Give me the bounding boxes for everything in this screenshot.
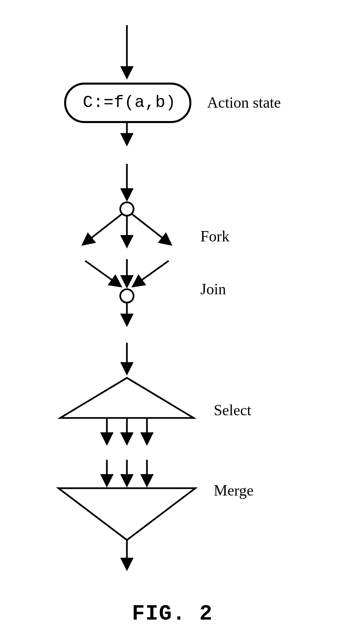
- fork-label: Fork: [200, 227, 229, 245]
- figure-caption: FIG. 2: [132, 602, 213, 626]
- action-state-label: Action state: [207, 94, 281, 111]
- fork-node: [120, 202, 134, 216]
- fork-out-right: [132, 214, 170, 244]
- action-state-text: C:=f(a,b): [83, 93, 176, 112]
- join-node: [120, 289, 134, 303]
- join-in-right: [134, 261, 169, 286]
- merge-shape: [58, 488, 195, 540]
- select-label: Select: [214, 401, 251, 419]
- fork-out-left: [83, 214, 122, 244]
- select-shape: [60, 378, 194, 418]
- join-label: Join: [200, 280, 226, 298]
- join-in-left: [85, 261, 120, 286]
- merge-label: Merge: [214, 481, 253, 499]
